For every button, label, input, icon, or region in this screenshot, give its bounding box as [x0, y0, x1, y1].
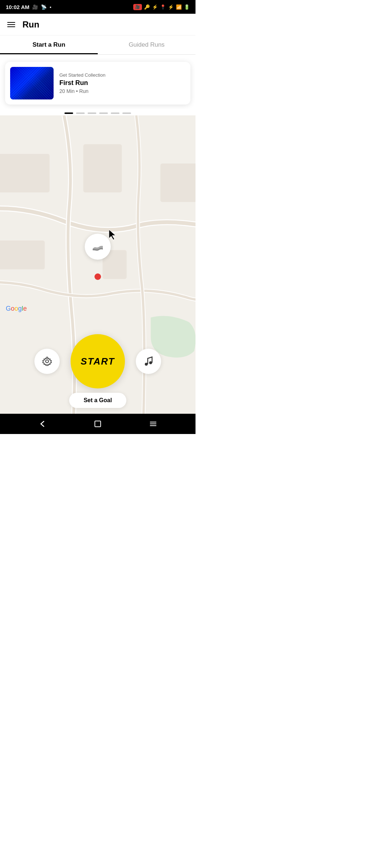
g-letter-g: G — [6, 305, 11, 312]
camera-icon: 🎥 — [32, 4, 38, 10]
controls-row: START — [34, 334, 161, 388]
gear-icon — [42, 356, 52, 366]
cast-icon: 📡 — [41, 4, 47, 10]
g-letter-o2: o — [14, 305, 18, 312]
google-watermark: Google — [6, 305, 27, 312]
dot-icon: • — [50, 4, 51, 10]
svg-rect-5 — [160, 163, 196, 202]
music-icon — [143, 356, 154, 366]
svg-rect-3 — [0, 241, 45, 269]
location-dot — [94, 273, 101, 280]
content-area: Get Started Collection First Run 20 Min … — [0, 55, 196, 414]
status-left: 10:02 AM 🎥 📡 • — [6, 4, 51, 10]
tab-guided-runs[interactable]: Guided Runs — [98, 35, 196, 54]
card-collection: Get Started Collection — [59, 72, 185, 78]
menu-line-3 — [7, 26, 15, 27]
carousel-dots — [0, 109, 196, 115]
card-title: First Run — [59, 79, 185, 87]
page: 10:02 AM 🎥 📡 • 🎥 🔑 ⚡ 📍 ⚡ 📶 🔋 Run Start a… — [0, 0, 196, 434]
bottom-controls: START Set a Goal — [0, 334, 196, 414]
g-letter-o1: o — [11, 305, 14, 312]
dot-2 — [76, 112, 85, 114]
shoe-button[interactable] — [85, 234, 111, 260]
nav-bar — [0, 414, 196, 434]
location-icon: 📍 — [160, 4, 166, 10]
start-button[interactable]: START — [71, 334, 125, 388]
card-thumbnail — [10, 67, 54, 99]
card-info: Get Started Collection First Run 20 Min … — [59, 72, 185, 94]
svg-point-6 — [46, 360, 49, 363]
top-bar: Run — [0, 14, 196, 35]
status-time: 10:02 AM — [6, 4, 29, 10]
key-icon: 🔑 — [144, 4, 150, 10]
home-button[interactable] — [91, 417, 105, 431]
dot-6 — [122, 112, 131, 114]
app-title: Run — [22, 20, 39, 30]
card-meta: 20 Min • Run — [59, 88, 185, 94]
g-letter-e: e — [23, 305, 27, 312]
menu-line-1 — [7, 22, 15, 23]
menu-button[interactable] — [7, 22, 15, 27]
g-letter-g2: g — [18, 305, 22, 312]
svg-rect-2 — [83, 144, 122, 192]
back-button[interactable] — [35, 417, 50, 431]
flash-icon: ⚡ — [168, 4, 174, 10]
music-button[interactable] — [136, 349, 161, 374]
tab-start-run[interactable]: Start a Run — [0, 35, 98, 54]
wifi-icon: 📶 — [176, 4, 182, 10]
shoe-icon — [91, 240, 104, 253]
set-goal-button[interactable]: Set a Goal — [69, 393, 126, 408]
menu-line-2 — [7, 24, 15, 25]
dot-3 — [88, 112, 96, 114]
status-bar: 10:02 AM 🎥 📡 • 🎥 🔑 ⚡ 📍 ⚡ 📶 🔋 — [0, 0, 196, 14]
svg-rect-9 — [95, 421, 101, 427]
tabs: Start a Run Guided Runs — [0, 35, 196, 55]
start-label: START — [81, 356, 115, 367]
dot-1 — [64, 112, 73, 114]
battery-icon: 🔋 — [184, 4, 190, 10]
svg-rect-1 — [0, 154, 50, 192]
rec-icon: 🎥 — [133, 4, 142, 10]
settings-button[interactable] — [34, 349, 60, 374]
status-right: 🎥 🔑 ⚡ 📍 ⚡ 📶 🔋 — [133, 4, 190, 10]
dot-4 — [99, 112, 108, 114]
dot-5 — [111, 112, 119, 114]
overview-button[interactable] — [146, 417, 160, 431]
bluetooth-icon: ⚡ — [152, 4, 158, 10]
cards-area: Get Started Collection First Run 20 Min … — [0, 55, 196, 109]
featured-card[interactable]: Get Started Collection First Run 20 Min … — [5, 62, 190, 105]
map-wrapper: Google START — [0, 115, 196, 414]
